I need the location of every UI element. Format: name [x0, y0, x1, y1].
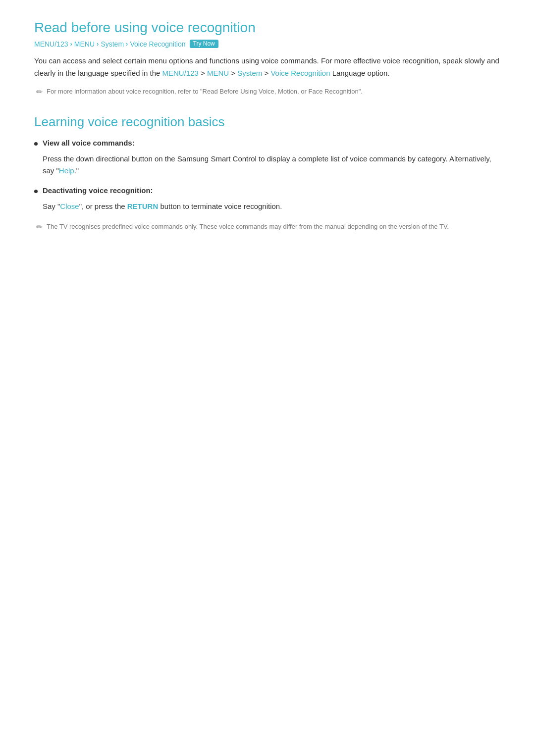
section-1: Read before using voice recognition MENU… — [34, 20, 501, 97]
body-text-end: Language option. — [330, 69, 389, 77]
list-item: Deactivating voice recognition: Say "Clo… — [34, 186, 501, 213]
bullet-body-text-2a: Say " — [43, 202, 60, 210]
breadcrumb: MENU/123 › MENU › System › Voice Recogni… — [34, 40, 501, 48]
bullet-link-close[interactable]: Close — [60, 202, 79, 210]
breadcrumb-menu[interactable]: MENU — [74, 40, 95, 48]
breadcrumb-sep-3: › — [126, 40, 128, 48]
body-arrow-2: > — [229, 69, 237, 77]
bullet-body-text-1a: Press the down directional button on the… — [43, 154, 491, 175]
note-text-2: The TV recognises predefined voice comma… — [47, 222, 449, 232]
body-link-menu123[interactable]: MENU/123 — [162, 69, 199, 77]
bullet-label-1: View all voice commands: — [43, 139, 135, 147]
breadcrumb-sep-2: › — [97, 40, 99, 48]
body-link-menu[interactable]: MENU — [207, 69, 229, 77]
bullet-body-1: Press the down directional button on the… — [34, 153, 501, 178]
breadcrumb-menu123[interactable]: MENU/123 — [34, 40, 68, 48]
breadcrumb-sep-1: › — [70, 40, 72, 48]
bullet-dot-1 — [34, 142, 38, 146]
body-link-system[interactable]: System — [237, 69, 262, 77]
breadcrumb-voice-recognition[interactable]: Voice Recognition — [130, 40, 185, 48]
bullet-body-text-2c: button to terminate voice recognition. — [158, 202, 282, 210]
note-icon-1: ✏ — [36, 87, 43, 97]
bullet-link-return[interactable]: RETURN — [127, 202, 159, 210]
body-arrow-3: > — [262, 69, 270, 77]
section-1-note: ✏ For more information about voice recog… — [34, 87, 501, 97]
breadcrumb-system[interactable]: System — [101, 40, 124, 48]
body-link-voice-recognition[interactable]: Voice Recognition — [270, 69, 330, 77]
list-item: View all voice commands: Press the down … — [34, 139, 501, 178]
section-2: Learning voice recognition basics View a… — [34, 114, 501, 232]
bullet-dot-2 — [34, 190, 38, 193]
section-2-title: Learning voice recognition basics — [34, 114, 501, 130]
section-1-title: Read before using voice recognition — [34, 20, 501, 36]
bullet-label-2: Deactivating voice recognition: — [43, 186, 153, 195]
bullet-list: View all voice commands: Press the down … — [34, 139, 501, 213]
bullet-body-text-2b: ", or press the — [79, 202, 127, 210]
section-1-body: You can access and select certain menu o… — [34, 55, 501, 80]
bullet-body-text-1b: ." — [74, 166, 79, 175]
note-text-1: For more information about voice recogni… — [47, 87, 363, 97]
section-2-note: ✏ The TV recognises predefined voice com… — [34, 222, 501, 232]
note-icon-2: ✏ — [36, 222, 43, 232]
body-arrow-1: > — [199, 69, 207, 77]
bullet-link-help[interactable]: Help — [59, 166, 74, 175]
bullet-body-2: Say "Close", or press the RETURN button … — [34, 201, 501, 213]
try-now-button[interactable]: Try Now — [190, 40, 218, 48]
